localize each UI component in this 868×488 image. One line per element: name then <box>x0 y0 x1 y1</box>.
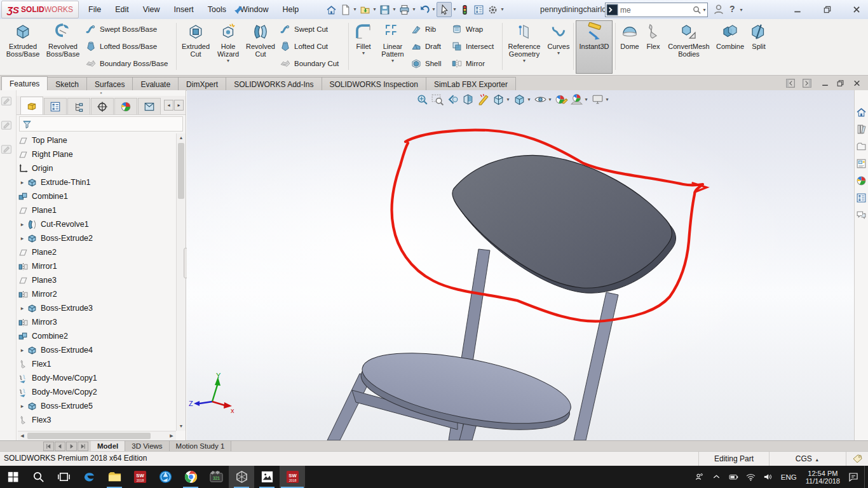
new-caret[interactable]: ▾ <box>352 7 358 12</box>
headsup-button[interactable]: ▾ <box>477 93 490 106</box>
save-button[interactable] <box>377 3 391 17</box>
curves-caret[interactable]: ▾ <box>556 51 562 56</box>
open-button[interactable] <box>358 3 372 17</box>
headsup-button[interactable]: ▾ <box>446 93 459 106</box>
swept-cut-button[interactable]: Swept Cut <box>280 22 346 37</box>
headsup-button[interactable]: ▾ <box>416 93 429 106</box>
tree-item[interactable]: ▸ Extrude-Thin1 <box>18 175 176 189</box>
scroll-right-icon[interactable]: ▶ <box>167 431 176 440</box>
magnifier-icon[interactable] <box>692 5 702 15</box>
instant3d-button[interactable]: Instant3D <box>576 20 613 74</box>
collapse-pane-right-icon[interactable] <box>802 78 812 88</box>
swept-boss-base-button[interactable]: Swept Boss/Base <box>85 22 174 37</box>
collapsed-sketch-icon[interactable] <box>0 95 13 107</box>
headsup-button[interactable]: ▾ <box>492 93 511 106</box>
boundary-boss-base-button[interactable]: Boundary Boss/Base <box>85 56 174 71</box>
dome-button[interactable]: Dome <box>618 21 642 50</box>
extruded-boss-base-button[interactable]: Extruded Boss/Base <box>4 21 42 58</box>
language-indicator[interactable]: ENG <box>781 473 797 481</box>
tree-horizontal-scrollbar[interactable]: ◀ ▶ <box>18 431 176 440</box>
lofted-cut-button[interactable]: Lofted Cut <box>280 39 346 54</box>
tree-item[interactable]: ▸ Boss-Extrude3 <box>18 301 176 315</box>
tree-item[interactable]: Mirror3 <box>18 315 176 329</box>
search-caret[interactable]: ▾ <box>702 8 707 13</box>
search-input[interactable]: me <box>620 6 692 15</box>
task-pane-button[interactable] <box>856 141 867 152</box>
menu-item[interactable]: View <box>136 5 167 14</box>
taskbar-app[interactable] <box>254 466 280 488</box>
doc-close-button[interactable] <box>853 78 861 88</box>
split-button[interactable]: Split <box>747 21 770 50</box>
flex-button[interactable]: Flex <box>643 21 663 50</box>
task-pane-button[interactable] <box>856 210 867 220</box>
task-pane-button[interactable] <box>856 124 867 135</box>
tree-item[interactable]: Mirror2 <box>18 287 176 301</box>
panel-tab-right-button[interactable]: ▸ <box>174 100 184 111</box>
panel-tab[interactable] <box>67 98 90 114</box>
tray-button[interactable] <box>694 471 705 482</box>
units-selector[interactable]: CGS ▴ <box>770 454 846 463</box>
extruded-cut-button[interactable]: Extruded Cut <box>179 21 212 58</box>
search-box[interactable]: me ▾ <box>605 3 708 17</box>
tag-icon[interactable] <box>851 454 863 464</box>
headsup-button[interactable]: ▾ <box>570 93 589 106</box>
tree-item[interactable]: Plane2 <box>18 245 176 259</box>
taskbar-app[interactable]: SW2018 <box>127 466 153 488</box>
open-caret[interactable]: ▾ <box>372 7 377 12</box>
print-caret[interactable]: ▾ <box>411 7 417 12</box>
tree-item[interactable]: ▸ Boss-Extrude4 <box>18 343 176 357</box>
scroll-down-icon[interactable]: ▼ <box>177 422 186 431</box>
wrap-button[interactable]: Wrap <box>451 22 499 37</box>
print-button[interactable] <box>397 3 411 17</box>
panel-splitter-handle[interactable]: ● <box>17 90 186 96</box>
hole-wizard-caret[interactable]: ▾ <box>226 58 231 64</box>
command-tab[interactable]: Surfaces <box>86 77 133 91</box>
tray-button[interactable] <box>711 471 722 482</box>
tab-nav-button[interactable] <box>78 442 88 451</box>
help-button[interactable]: ? <box>729 4 735 14</box>
combine-button[interactable]: Combine <box>714 21 746 50</box>
tree-item[interactable]: Plane1 <box>18 203 176 217</box>
rebuild-button[interactable] <box>458 3 471 17</box>
taskbar-app[interactable]: SW2018 <box>280 466 305 488</box>
tree-item[interactable]: ▸ Boss-Extrude5 <box>18 399 176 413</box>
tree-item[interactable]: Origin <box>18 161 176 175</box>
tray-button[interactable] <box>745 471 756 482</box>
panel-tab[interactable] <box>91 98 114 114</box>
headsup-button[interactable]: ▾ <box>513 93 532 106</box>
tree-item[interactable]: Combine2 <box>18 329 176 343</box>
tree-filter-bar[interactable] <box>19 116 183 132</box>
save-caret[interactable]: ▾ <box>391 7 397 12</box>
panel-tab[interactable] <box>138 98 161 114</box>
reference-geometry-caret[interactable]: ▾ <box>522 58 527 64</box>
expand-arrow[interactable]: ▸ <box>18 347 27 353</box>
notification-center-icon[interactable] <box>848 471 859 483</box>
scroll-left-icon[interactable]: ◀ <box>18 431 27 440</box>
headsup-button[interactable]: ▾ <box>431 93 444 106</box>
show-desktop-button[interactable] <box>864 466 868 488</box>
close-button[interactable] <box>852 5 861 14</box>
menu-item[interactable]: Insert <box>167 5 201 14</box>
command-tab[interactable]: SimLab FBX Exporter <box>426 77 516 91</box>
shell-button[interactable]: Shell <box>410 56 449 71</box>
taskbar-app[interactable] <box>76 466 102 488</box>
collapsed-sketch-icon[interactable] <box>0 143 13 156</box>
headsup-button[interactable]: ▾ <box>461 93 475 106</box>
hole-wizard-button[interactable]: Hole Wizard ▾ <box>214 21 243 64</box>
tree-item[interactable]: Body-Move/Copy2 <box>18 385 176 399</box>
tree-item[interactable]: ▸ Cut-Revolve1 <box>18 217 176 231</box>
headsup-button[interactable]: ▾ <box>555 93 568 106</box>
menu-item[interactable]: Tools <box>201 5 233 14</box>
panel-tab[interactable] <box>20 97 43 114</box>
document-tab[interactable]: Model <box>91 441 125 451</box>
settings-button[interactable] <box>485 3 499 17</box>
taskbar-app[interactable] <box>153 466 178 488</box>
scrollbar-thumb[interactable] <box>178 143 184 199</box>
graphics-viewport[interactable]: Y Z x ▾ ▾ ▾ ▾ <box>187 90 854 440</box>
expand-arrow[interactable]: ▸ <box>18 305 27 311</box>
headsup-button[interactable]: ▾ <box>534 93 553 106</box>
command-tab[interactable]: DimXpert <box>178 77 226 91</box>
boundary-cut-button[interactable]: Boundary Cut <box>280 56 346 71</box>
panel-tab[interactable] <box>114 98 137 114</box>
task-pane-button[interactable] <box>856 107 867 118</box>
